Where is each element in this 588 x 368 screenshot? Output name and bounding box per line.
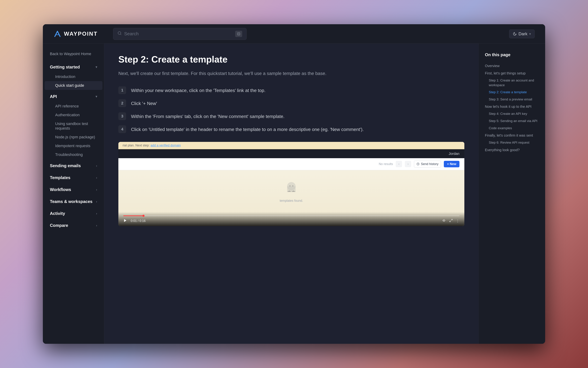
teams-chevron: › xyxy=(96,200,97,203)
step-text-2: Click '+ New' xyxy=(131,99,157,107)
toc-first-setup[interactable]: First, let's get things setup xyxy=(485,70,539,77)
svg-point-6 xyxy=(289,185,291,187)
sidebar-item-introduction[interactable]: Introduction xyxy=(45,72,103,81)
theme-dropdown-arrow: ▾ xyxy=(529,32,531,36)
video-no-results: No results xyxy=(379,162,393,166)
sidebar-section-teams: Teams & workspaces › xyxy=(43,196,104,207)
video-toolbar: No results ‹ › Send history + New xyxy=(118,158,464,170)
compare-chevron: › xyxy=(96,224,97,227)
step-text-4: Click on 'Untitled template' in the head… xyxy=(131,125,364,133)
sidebar-section-sending-emails: Sending emails › xyxy=(43,160,104,171)
content-area: Step 2: Create a template Next, we'll cr… xyxy=(104,44,478,344)
svg-line-1 xyxy=(121,34,121,35)
video-progress-fill xyxy=(123,215,143,216)
video-banner-link[interactable]: add a verified domain xyxy=(150,144,181,147)
svg-line-11 xyxy=(450,221,451,222)
sidebar-item-troubleshooting[interactable]: Troubleshooting xyxy=(45,150,103,159)
sidebar-section-header-workflows[interactable]: Workflows › xyxy=(43,184,104,195)
toc-code-examples[interactable]: Code examples xyxy=(489,125,539,132)
sidebar-section-header-templates[interactable]: Templates › xyxy=(43,172,104,183)
sidebar: Back to Waypoint Home Getting started ▾ … xyxy=(43,44,104,344)
clock-icon xyxy=(417,163,420,166)
svg-marker-9 xyxy=(443,220,444,221)
sidebar-section-header-activity[interactable]: Activity › xyxy=(43,208,104,219)
video-banner: rial plan. Next step: add a verified dom… xyxy=(118,142,464,149)
toc-confirm-sent[interactable]: Finally, let's confirm it was sent xyxy=(485,132,539,139)
search-placeholder: Search xyxy=(124,31,233,37)
templates-chevron: › xyxy=(96,176,97,180)
sidebar-section-templates: Templates › xyxy=(43,172,104,183)
topbar: WAYPOINT Search Dark ▾ xyxy=(43,24,545,44)
svg-rect-5 xyxy=(287,186,296,192)
video-next-btn: › xyxy=(405,161,411,167)
step-number-2: 2 xyxy=(118,99,126,107)
right-panel: On this page Overview First, let's get t… xyxy=(478,44,545,344)
page-intro: Next, we'll create our first template. F… xyxy=(118,70,464,77)
video-progress-bar[interactable] xyxy=(123,215,459,216)
toc-step4[interactable]: Step 4: Create an API key xyxy=(489,110,539,118)
toc-step1[interactable]: Step 1: Create an account and workspace xyxy=(489,77,539,89)
sidebar-back-link[interactable]: Back to Waypoint Home xyxy=(43,49,104,59)
svg-line-10 xyxy=(451,219,452,220)
sidebar-item-idempotent[interactable]: Idempotent requests xyxy=(45,141,103,150)
video-empty-text: templates found. xyxy=(280,199,303,202)
topbar-right: Dark ▾ xyxy=(509,29,535,38)
logo: WAYPOINT xyxy=(53,30,106,38)
sidebar-section-header-compare[interactable]: Compare › xyxy=(43,220,104,231)
video-fullscreen-button[interactable] xyxy=(449,219,453,223)
search-icon xyxy=(118,31,122,37)
toc-step2[interactable]: Step 2: Create a template xyxy=(489,89,539,96)
svg-marker-8 xyxy=(124,219,126,222)
main-layout: Back to Waypoint Home Getting started ▾ … xyxy=(43,44,545,344)
activity-chevron: › xyxy=(96,212,97,215)
video-volume-button[interactable] xyxy=(443,219,446,223)
video-new-btn[interactable]: + New xyxy=(444,161,459,167)
video-prev-btn: ‹ xyxy=(396,161,402,167)
video-time: 0:01 / 0:16 xyxy=(131,219,439,223)
waypoint-logo-icon xyxy=(53,30,61,38)
toc-step5[interactable]: Step 5: Sending an email via API xyxy=(489,118,539,125)
toc-hook-api[interactable]: Now let's hook it up to the API xyxy=(485,103,539,110)
sidebar-item-nodejs[interactable]: Node.js (npm package) xyxy=(45,133,103,141)
steps-list: 1 Within your new workspace, click on th… xyxy=(118,86,464,133)
video-container[interactable]: rial plan. Next step: add a verified dom… xyxy=(118,142,464,226)
sidebar-section-compare: Compare › xyxy=(43,220,104,231)
step-text-3: Within the 'From samples' tab, click on … xyxy=(131,112,285,120)
video-empty-state: templates found. xyxy=(118,170,464,208)
video-more-button[interactable]: ⋮ xyxy=(456,219,459,223)
sidebar-item-api-reference[interactable]: API reference xyxy=(45,102,103,110)
toc-step3[interactable]: Step 3: Send a preview email xyxy=(489,96,539,103)
video-controls: 0:01 / 0:16 xyxy=(118,212,464,226)
sidebar-section-workflows: Workflows › xyxy=(43,184,104,195)
video-controls-row: 0:01 / 0:16 xyxy=(123,219,459,223)
toc-everything-good[interactable]: Everything look good? xyxy=(485,146,539,154)
workflows-chevron: › xyxy=(96,188,97,192)
sidebar-section-header-teams[interactable]: Teams & workspaces › xyxy=(43,196,104,207)
svg-point-7 xyxy=(292,185,293,187)
video-send-history-btn: Send history xyxy=(414,161,441,167)
video-play-button[interactable] xyxy=(123,219,127,223)
sidebar-section-api: API ▾ API reference Authentication Using… xyxy=(43,91,104,159)
video-controls-right: ⋮ xyxy=(443,219,459,223)
sidebar-section-header-sending-emails[interactable]: Sending emails › xyxy=(43,160,104,171)
sidebar-item-authentication[interactable]: Authentication xyxy=(45,110,103,120)
step-number-4: 4 xyxy=(118,125,126,133)
sending-emails-chevron: › xyxy=(96,164,97,168)
sidebar-section-header-getting-started[interactable]: Getting started ▾ xyxy=(43,62,104,72)
search-bar[interactable]: Search xyxy=(113,28,247,40)
api-chevron: ▾ xyxy=(95,95,97,99)
toc-overview[interactable]: Overview xyxy=(485,62,539,70)
sidebar-item-sandbox[interactable]: Using sandbox test requests xyxy=(45,120,103,133)
sidebar-section-header-api[interactable]: API ▾ xyxy=(43,91,104,102)
video-inner: rial plan. Next step: add a verified dom… xyxy=(118,142,464,226)
sidebar-item-quick-start[interactable]: Quick start guide xyxy=(45,81,103,90)
step-item-3: 3 Within the 'From samples' tab, click o… xyxy=(118,112,464,120)
logo-text: WAYPOINT xyxy=(64,31,98,37)
page-title: Step 2: Create a template xyxy=(118,54,464,64)
app-window: WAYPOINT Search Dark ▾ xyxy=(43,24,545,344)
step-item-2: 2 Click '+ New' xyxy=(118,99,464,107)
search-shortcut xyxy=(235,31,242,37)
video-app-header: Jordan xyxy=(118,149,464,158)
theme-toggle[interactable]: Dark ▾ xyxy=(509,29,535,38)
toc-step6[interactable]: Step 6: Review API request xyxy=(489,139,539,146)
